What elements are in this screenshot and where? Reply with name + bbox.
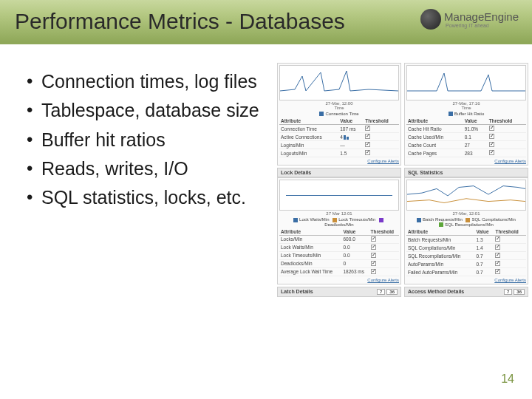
col-thr: Threshold bbox=[364, 117, 399, 125]
configure-alerts-link[interactable]: Configure Alerts bbox=[279, 278, 399, 282]
col-val: Value bbox=[338, 117, 364, 125]
checkbox-icon bbox=[495, 261, 500, 266]
checkbox-icon bbox=[365, 134, 370, 139]
section-lock-details: Lock Details bbox=[277, 168, 401, 177]
col-attr: Attribute bbox=[279, 117, 338, 125]
section-sql-stats: SQL Statistics bbox=[404, 168, 528, 177]
checkbox-icon bbox=[371, 253, 376, 258]
brand-logo: ManageEngine Powering IT ahead bbox=[420, 9, 519, 30]
table-row: Cache Hit Ratio91.0% bbox=[406, 125, 526, 133]
x-tick: 27-Mar, 12:01 bbox=[406, 211, 526, 216]
legend-swatch-icon bbox=[439, 222, 443, 227]
checkbox-icon bbox=[495, 253, 500, 258]
metrics-table: AttributeValueThreshold Batch Requests/M… bbox=[406, 228, 526, 276]
checkbox-icon bbox=[371, 245, 376, 250]
checkbox-icon bbox=[489, 142, 494, 147]
x-label: Time bbox=[334, 106, 344, 110]
slide-title: Performance Metrics - Databases bbox=[15, 9, 345, 34]
checkbox-icon bbox=[489, 150, 494, 155]
bullet-item: Reads, writes, I/O bbox=[22, 157, 273, 180]
table-row: Logins/Min— bbox=[279, 141, 399, 149]
panel-sql-stats: 27-Mar, 12:01 Batch Requests/Min SQL Com… bbox=[404, 177, 528, 284]
section-access-method: Access Method Details 736 bbox=[404, 287, 528, 297]
table-row: SQL Compilations/Min1.4 bbox=[406, 244, 526, 252]
chart-locks bbox=[279, 180, 399, 211]
checkbox-icon bbox=[365, 126, 370, 131]
configure-alerts-link[interactable]: Configure Alerts bbox=[279, 159, 399, 163]
table-row: Deadlocks/Min0 bbox=[279, 259, 399, 267]
bullet-item: Tablespace, database size bbox=[22, 99, 273, 122]
checkbox-icon bbox=[495, 269, 500, 274]
chart-sql bbox=[406, 180, 526, 211]
pager[interactable]: 736 bbox=[504, 289, 525, 295]
metrics-table: AttributeValueThreshold Connection Time1… bbox=[279, 117, 399, 157]
table-row: Batch Requests/Min1.3 bbox=[406, 236, 526, 244]
col-attr: Attribute bbox=[406, 117, 463, 125]
table-row: Locks/Min600.0 bbox=[279, 235, 399, 243]
embedded-screenshot: 27-Mar, 12:00Time Connection Time Attrib… bbox=[277, 63, 528, 332]
table-row: Failed AutoParams/Min0.7 bbox=[406, 268, 526, 276]
table-row: Cache Used/Min0.1 bbox=[406, 133, 526, 141]
panel-lock-details: 27 Mar 12:01 Lock Waits/Min Lock Timeout… bbox=[277, 177, 401, 284]
legend-label: Buffer Hit Ratio bbox=[454, 112, 485, 116]
col-val: Value bbox=[463, 117, 488, 125]
logo-icon bbox=[420, 9, 441, 30]
table-row: Connection Time107 ms bbox=[279, 125, 399, 133]
configure-alerts-link[interactable]: Configure Alerts bbox=[406, 278, 526, 282]
table-row: Cache Count27 bbox=[406, 141, 526, 149]
slide-header: Performance Metrics - Databases ManageEn… bbox=[0, 0, 532, 44]
legend-swatch-icon bbox=[319, 112, 324, 116]
table-row: Lock Timeouts/Min0.0 bbox=[279, 251, 399, 259]
bullet-item: Connection times, log files bbox=[22, 70, 273, 93]
chart-connection-time bbox=[279, 65, 399, 100]
table-row: SQL Recompilations/Min0.7 bbox=[406, 252, 526, 260]
checkbox-icon bbox=[489, 134, 494, 139]
section-latch-details: Latch Details 736 bbox=[277, 287, 401, 297]
x-label: Time bbox=[461, 106, 471, 110]
checkbox-icon bbox=[371, 261, 376, 266]
bullet-item: Buffer hit ratios bbox=[22, 129, 273, 151]
legend-swatch-icon bbox=[293, 218, 298, 222]
checkbox-icon bbox=[365, 150, 370, 155]
checkbox-icon bbox=[371, 236, 376, 242]
x-tick: 27 Mar 12:01 bbox=[279, 211, 399, 216]
panel-buffer-hit: 27-Mar, 17:16Time Buffer Hit Ratio Attri… bbox=[404, 63, 528, 166]
metrics-table: AttributeValueThreshold Cache Hit Ratio9… bbox=[406, 117, 526, 157]
legend-swatch-icon bbox=[417, 218, 421, 222]
metrics-table: AttributeValueThreshold Locks/Min600.0 L… bbox=[279, 228, 399, 276]
checkbox-icon bbox=[495, 236, 500, 242]
bullet-list: Connection times, log files Tablespace, … bbox=[22, 70, 273, 215]
configure-alerts-link[interactable]: Configure Alerts bbox=[406, 159, 526, 163]
bullet-item: SQL statistics, locks, etc. bbox=[22, 186, 273, 209]
checkbox-icon bbox=[495, 245, 500, 250]
page-number: 14 bbox=[501, 372, 514, 386]
legend-label: Connection Time bbox=[325, 112, 358, 116]
table-row: Logouts/Min1.5 bbox=[279, 149, 399, 157]
table-row: Average Lock Wait Time18263 ms bbox=[279, 267, 399, 276]
checkbox-icon bbox=[371, 269, 376, 274]
col-thr: Threshold bbox=[488, 117, 526, 125]
table-row: Lock Waits/Min0.0 bbox=[279, 243, 399, 251]
legend-swatch-icon bbox=[449, 112, 453, 116]
table-row: Active Connections4 bbox=[279, 133, 399, 141]
pager[interactable]: 736 bbox=[377, 289, 398, 295]
brand-name: ManageEngine bbox=[444, 10, 519, 23]
table-row: AutoParams/Min0.7 bbox=[406, 260, 526, 268]
panel-connection-time: 27-Mar, 12:00Time Connection Time Attrib… bbox=[277, 63, 401, 166]
checkbox-icon bbox=[365, 142, 370, 147]
chart-buffer-hit bbox=[406, 65, 526, 100]
table-row: Cache Pages283 bbox=[406, 149, 526, 157]
checkbox-icon bbox=[489, 126, 494, 131]
brand-tagline: Powering IT ahead bbox=[446, 23, 519, 28]
legend-swatch-icon bbox=[379, 218, 383, 222]
